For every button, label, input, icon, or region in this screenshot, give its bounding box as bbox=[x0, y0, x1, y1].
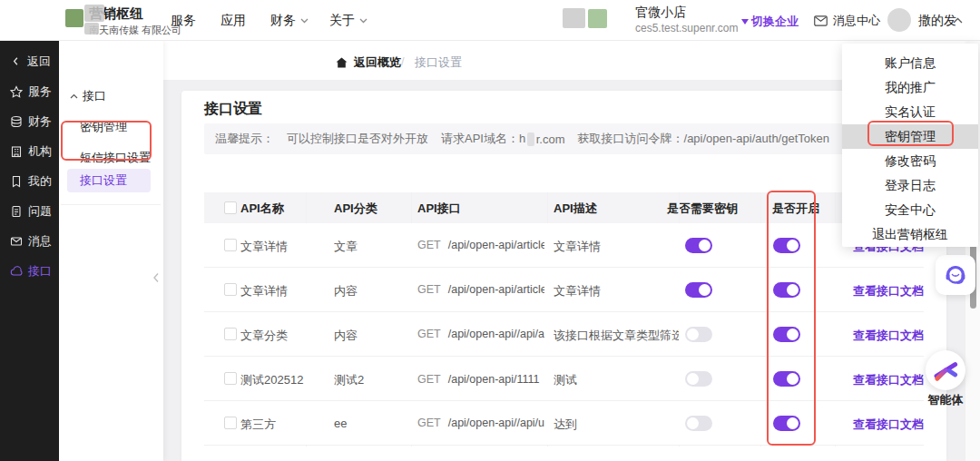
cell-api-endpoint: GET/api/open-api//api/use bbox=[417, 417, 544, 429]
collapse-sidebar-icon[interactable] bbox=[152, 272, 160, 283]
row-checkbox[interactable] bbox=[224, 372, 237, 385]
chevron-left-icon bbox=[10, 55, 22, 67]
customer-service-button[interactable] bbox=[936, 255, 975, 295]
view-api-doc-link[interactable]: 查看接口文档 bbox=[853, 283, 924, 299]
menu-item-change-password[interactable]: 修改密码 bbox=[842, 149, 978, 173]
sidebar-item-messages[interactable]: 消息 bbox=[0, 226, 59, 256]
row-checkbox[interactable] bbox=[224, 283, 237, 296]
submenu-item-label: 接口设置 bbox=[80, 172, 127, 189]
api-path: /api/open-api/article bbox=[448, 283, 544, 296]
primary-sidebar: 返回 服务 财务 机构 我的 问题 消息 接口 bbox=[0, 41, 59, 461]
api-path: /api/open-api/1111 bbox=[448, 373, 540, 386]
chevron-up-icon bbox=[70, 93, 78, 99]
enabled-toggle[interactable] bbox=[773, 416, 800, 431]
cell-api-desc: 测试 bbox=[554, 372, 679, 388]
view-api-doc-link[interactable]: 查看接口文档 bbox=[853, 328, 924, 344]
enabled-toggle[interactable] bbox=[773, 238, 800, 253]
row-checkbox[interactable] bbox=[224, 328, 237, 340]
breadcrumb-back-overview[interactable]: 返回概览 bbox=[336, 54, 401, 71]
menu-item-login-log[interactable]: 登录日志 bbox=[842, 173, 978, 198]
user-name[interactable]: 撒的发 bbox=[918, 13, 956, 29]
submenu-item-api-settings[interactable]: 接口设置 bbox=[67, 169, 151, 192]
table-row: 测试20251218 测试2 GET/api/open-api/1111复制 测… bbox=[204, 357, 924, 401]
cell-api-desc: 文章详情 bbox=[554, 239, 679, 255]
cell-api-endpoint: GET/api/open-api/1111复制 bbox=[417, 372, 544, 387]
page-title: 接口设置 bbox=[204, 100, 262, 119]
http-method: GET bbox=[417, 283, 441, 296]
table-row: 第三方 ee GET/api/open-api//api/use 达到 查看接口… bbox=[204, 401, 924, 446]
mail-icon bbox=[10, 235, 23, 248]
need-key-toggle[interactable] bbox=[685, 327, 712, 342]
select-all-checkbox[interactable] bbox=[224, 201, 237, 214]
need-key-toggle[interactable] bbox=[685, 371, 712, 387]
http-method: GET bbox=[417, 328, 441, 340]
enabled-toggle[interactable] bbox=[773, 371, 800, 387]
sidebar-item-back[interactable]: 返回 bbox=[0, 46, 59, 76]
http-method: GET bbox=[417, 239, 441, 251]
brand-company: 南天南传媒 有限公司 bbox=[89, 24, 181, 37]
cell-api-endpoint: GET/api/open-api/articlede bbox=[417, 239, 544, 251]
table-body: 文章详情 文章 GET/api/open-api/articlede 文章详情 … bbox=[204, 223, 924, 446]
need-key-toggle[interactable] bbox=[685, 238, 712, 253]
nav-item-about[interactable]: 关于 bbox=[329, 0, 368, 41]
menu-item-security-center[interactable]: 安全中心 bbox=[842, 198, 978, 222]
blur-mask bbox=[527, 132, 534, 146]
sidebar-item-finance[interactable]: 财务 bbox=[0, 106, 59, 136]
row-checkbox[interactable] bbox=[224, 239, 237, 251]
shop-name: 官微小店 bbox=[635, 5, 686, 21]
sidebar-item-issues[interactable]: 问题 bbox=[0, 196, 59, 226]
api-path: /api/open-api//api/use bbox=[448, 417, 544, 429]
row-checkbox[interactable] bbox=[224, 417, 237, 429]
blur-mask bbox=[563, 8, 585, 28]
menu-item-real-name-auth[interactable]: 实名认证 bbox=[842, 100, 978, 124]
cell-api-category: 内容 bbox=[334, 328, 407, 344]
table-row: 文章详情 文章 GET/api/open-api/articlede 文章详情 … bbox=[204, 223, 924, 268]
sidebar-item-label: 我的 bbox=[28, 173, 52, 190]
sidebar-item-services[interactable]: 服务 bbox=[0, 76, 59, 106]
enabled-toggle[interactable] bbox=[773, 327, 800, 342]
sidebar-item-org[interactable]: 机构 bbox=[0, 136, 59, 166]
chevron-down-icon bbox=[300, 18, 309, 24]
switch-company-label: 切换企业 bbox=[751, 14, 799, 30]
top-header: 营销枢纽 南天南传媒 有限公司 服务 应用 财务 关于 官微小店 ces5.te… bbox=[0, 0, 980, 41]
nav-item-services[interactable]: 服务 bbox=[171, 0, 196, 41]
user-avatar[interactable] bbox=[887, 8, 911, 32]
menu-item-key-management[interactable]: 密钥管理 bbox=[842, 124, 978, 149]
nav-item-apps[interactable]: 应用 bbox=[220, 0, 246, 41]
divider bbox=[61, 204, 161, 205]
nav-item-finance[interactable]: 财务 bbox=[270, 0, 309, 41]
cell-api-desc: 文章详情 bbox=[554, 283, 679, 299]
submenu-item-key-management[interactable]: 密钥管理 bbox=[80, 119, 127, 135]
star-icon bbox=[10, 85, 23, 98]
sidebar-item-api[interactable]: 接口 bbox=[0, 256, 59, 286]
headset-icon bbox=[943, 262, 968, 288]
ai-agent-button[interactable] bbox=[926, 350, 965, 390]
api-path: /api/open-api/articlede bbox=[448, 239, 544, 251]
menu-item-logout[interactable]: 退出营销枢纽 bbox=[842, 222, 978, 247]
view-api-doc-link[interactable]: 查看接口文档 bbox=[853, 417, 924, 433]
tip-bar: 温馨提示： 可以控制接口是否对外开放 请求API域名：h r.com 获取接口访… bbox=[204, 123, 924, 154]
submenu-group-api[interactable]: 接口 bbox=[70, 88, 106, 104]
sidebar-item-mine[interactable]: 我的 bbox=[0, 166, 59, 196]
switch-company-button[interactable]: 切换企业 bbox=[741, 14, 799, 30]
enabled-toggle[interactable] bbox=[773, 282, 800, 298]
menu-item-account-info[interactable]: 账户信息 bbox=[842, 51, 978, 75]
col-header-api-endpoint: API接口 bbox=[417, 201, 461, 217]
cell-api-category: 内容 bbox=[334, 283, 407, 299]
submenu-item-sms-settings[interactable]: 短信接口设置 bbox=[80, 150, 151, 166]
cell-api-endpoint: GET/api/open-api//api/art bbox=[417, 328, 544, 340]
shop-domain: ces5.test.supenr.com bbox=[635, 22, 738, 34]
cell-api-name: 测试20251218 bbox=[240, 372, 304, 388]
menu-item-my-promotion[interactable]: 我的推广 bbox=[842, 75, 978, 100]
agent-asterisk-icon bbox=[930, 355, 961, 386]
need-key-toggle[interactable] bbox=[685, 416, 712, 431]
cell-api-desc: 该接口根据文章类型筛选并返回 bbox=[554, 328, 679, 344]
cell-api-desc: 达到 bbox=[554, 417, 679, 433]
cell-api-name: 文章详情 bbox=[240, 239, 304, 255]
user-dropdown-menu: 账户信息 我的推广 实名认证 密钥管理 修改密码 登录日志 安全中心 退出营销枢… bbox=[842, 44, 978, 247]
col-header-api-category: API分类 bbox=[334, 201, 377, 217]
api-table: API名称 API分类 API接口 API描述 是否需要密钥 是否开启 文章详情… bbox=[204, 192, 924, 446]
need-key-toggle[interactable] bbox=[685, 282, 712, 298]
message-center-button[interactable]: 消息中心 bbox=[814, 13, 880, 29]
view-api-doc-link[interactable]: 查看接口文档 bbox=[853, 372, 924, 388]
